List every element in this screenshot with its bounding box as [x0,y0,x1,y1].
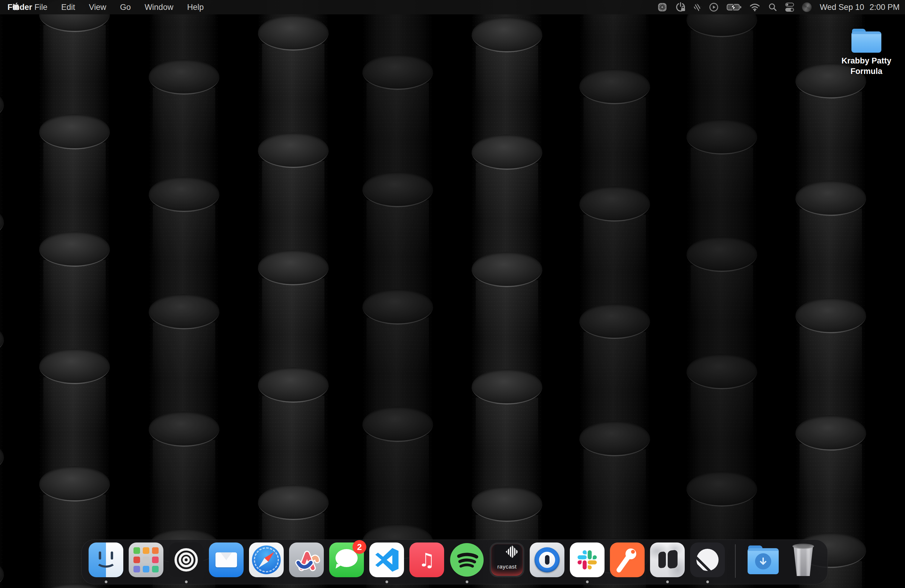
running-indicator-dot [586,580,589,583]
wallpaper-cylinder-column [795,0,866,588]
menu-bar: Finder FileEditViewGoWindowHelp Wed Sep … [0,0,905,14]
dock: 2♫raycast [81,539,828,585]
dock-item-trash[interactable] [786,542,821,584]
raycast-label: raycast [490,563,524,570]
wallpaper-cylinder-column [362,0,433,588]
running-indicator-dot [466,580,468,583]
running-indicator-dot [386,580,388,583]
dock-item-launchpad[interactable] [129,542,164,584]
keystroke-burst-icon[interactable] [653,0,671,14]
macos-desktop: Finder FileEditViewGoWindowHelp Wed Sep … [0,0,905,588]
dock-item-spotify[interactable] [449,542,484,584]
menu-items: FileEditViewGoWindowHelp [27,0,211,14]
dock-item-linear[interactable] [690,542,725,584]
clock-time: 2:00 PM [869,3,900,12]
wallpaper-cylinder-column [580,0,650,588]
menu-window[interactable]: Window [138,0,180,14]
dock-item-downloads-folder[interactable] [746,542,781,584]
status-items [653,0,816,14]
dock-item-arc-browser[interactable] [289,542,324,584]
menu-bar-left: Finder FileEditViewGoWindowHelp [0,0,211,14]
dock-item-raycast[interactable]: raycast [490,542,524,584]
wallpaper [0,0,905,588]
dock-item-apple-music[interactable]: ♫ [410,542,444,584]
battery-charging-icon[interactable] [723,0,746,14]
now-playing-icon[interactable] [705,0,723,14]
wallpaper-cylinder-column [686,0,757,588]
dock-divider [735,544,736,578]
dock-item-postman[interactable] [610,542,645,584]
menu-view[interactable]: View [82,0,113,14]
dock-item-safari[interactable] [249,542,284,584]
privacy-shield-icon[interactable] [690,0,705,14]
clock-date: Wed Sep 10 [820,3,864,12]
wallpaper-cylinder-column [149,0,219,588]
wallpaper-cylinder-column [0,0,4,588]
menu-bar-clock[interactable]: Wed Sep 10 2:00 PM [816,3,900,12]
dock-item-slack[interactable] [570,542,605,584]
spotlight-search-icon[interactable] [764,0,781,14]
siri-icon[interactable] [798,0,816,14]
wallpaper-cylinder-column [39,0,110,588]
desktop-icon-label: Krabby Patty Formula [835,56,898,77]
running-indicator-dot [666,580,669,583]
dock-item-vscode[interactable] [369,542,404,584]
running-indicator-dot [706,580,709,583]
session-lock-icon[interactable] [671,0,690,14]
wallpaper-cylinder-column [472,0,542,588]
dock-item-messages[interactable]: 2 [329,542,364,584]
dock-item-1password[interactable] [530,542,564,584]
menu-app-name[interactable]: Finder [0,0,35,35]
notification-badge: 2 [352,540,366,554]
menu-edit[interactable]: Edit [54,0,82,14]
wallpaper-cylinder-column [258,0,329,588]
running-indicator-dot [185,580,187,583]
menu-help[interactable]: Help [180,0,211,14]
desktop-icon-krabby-patty-formula[interactable]: Krabby Patty Formula [835,29,898,77]
blue-folder-icon [851,29,881,53]
dock-item-finder[interactable] [89,542,123,584]
control-center-icon[interactable] [781,0,798,14]
dock-item-marble-panels-app[interactable] [650,542,685,584]
dock-item-mail[interactable] [209,542,244,584]
menu-bar-status: Wed Sep 10 2:00 PM [653,0,905,14]
dock-item-concentric-circles-app[interactable] [169,542,203,584]
menu-go[interactable]: Go [113,0,138,14]
running-indicator-dot [105,580,108,583]
wifi-icon[interactable] [746,0,764,14]
